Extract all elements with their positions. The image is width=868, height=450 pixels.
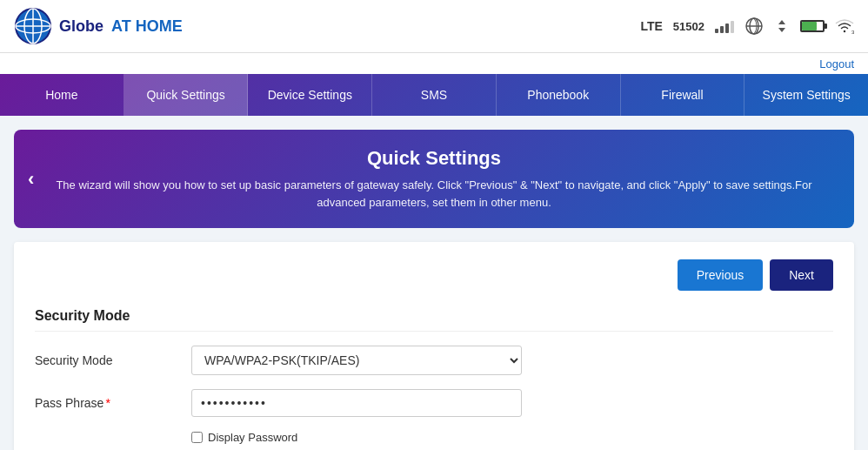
display-password-row: Display Password [191,431,833,444]
required-indicator: * [105,396,110,410]
nav-item-quick-settings[interactable]: Quick Settings [124,74,249,116]
logo-area: Globe AT HOME [14,7,183,45]
status-area: LTE 51502 3 [640,17,854,36]
svg-text:3: 3 [851,30,854,35]
main-content: ‹ Quick Settings The wizard will show yo… [0,116,868,450]
pass-phrase-input[interactable] [191,389,522,417]
quick-settings-banner: ‹ Quick Settings The wizard will show yo… [14,130,854,228]
brand-name: Globe AT HOME [59,17,183,36]
navigation-buttons: Previous Next [35,259,833,291]
section-title: Security Mode [35,308,833,332]
lte-label: LTE [640,19,662,33]
previous-button[interactable]: Previous [678,259,763,291]
quick-settings-title: Quick Settings [49,147,819,170]
logout-bar: Logout [0,53,868,74]
nav-item-system-settings[interactable]: System Settings [744,74,868,116]
security-mode-label: Security Mode [35,353,191,367]
data-transfer-icon [774,18,790,34]
form-panel: Previous Next Security Mode Security Mod… [14,242,854,450]
security-mode-select[interactable]: WPA/WPA2-PSK(TKIP/AES) WPA-PSK(TKIP) WPA… [191,346,522,375]
nav-item-sms[interactable]: SMS [372,74,497,116]
nav-item-firewall[interactable]: Firewall [621,74,745,116]
security-mode-row: Security Mode WPA/WPA2-PSK(TKIP/AES) WPA… [35,346,833,375]
pass-phrase-row: Pass Phrase* [35,389,833,417]
signal-number: 51502 [673,20,704,33]
back-arrow-button[interactable]: ‹ [28,168,34,191]
globe-network-icon [744,17,764,36]
logout-link[interactable]: Logout [819,57,854,71]
nav-item-device-settings[interactable]: Device Settings [248,74,372,116]
display-password-label[interactable]: Display Password [208,431,297,444]
display-password-checkbox[interactable] [191,432,203,443]
nav-bar: Home Quick Settings Device Settings SMS … [0,74,868,116]
nav-item-phonebook[interactable]: Phonebook [497,74,621,116]
battery-icon [800,20,825,32]
wifi-icon: 3 [835,17,854,36]
nav-item-home[interactable]: Home [0,74,124,116]
header: Globe AT HOME LTE 51502 [0,0,868,53]
signal-strength-icon [715,19,734,33]
next-button[interactable]: Next [770,259,833,291]
quick-settings-description: The wizard will show you how to set up b… [49,177,819,211]
pass-phrase-label: Pass Phrase* [35,396,191,410]
globe-logo-icon [14,7,52,45]
